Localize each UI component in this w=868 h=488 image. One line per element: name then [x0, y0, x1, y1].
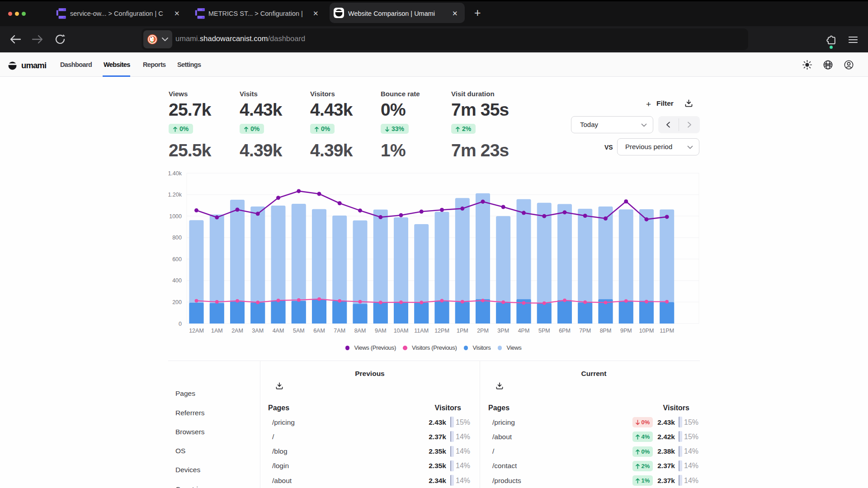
svg-text:1.20k: 1.20k [168, 192, 182, 198]
svg-text:9AM: 9AM [375, 328, 387, 334]
svg-text:2PM: 2PM [477, 328, 489, 334]
svg-text:4AM: 4AM [273, 328, 284, 334]
svg-text:5AM: 5AM [293, 328, 305, 334]
svg-text:9PM: 9PM [620, 328, 632, 334]
svg-text:1PM: 1PM [457, 328, 468, 334]
svg-text:11PM: 11PM [660, 328, 674, 334]
svg-text:2AM: 2AM [231, 328, 243, 334]
svg-text:10PM: 10PM [639, 328, 654, 334]
svg-text:0: 0 [179, 321, 182, 327]
svg-text:8AM: 8AM [354, 328, 366, 334]
svg-text:1000: 1000 [169, 213, 182, 220]
svg-text:600: 600 [172, 256, 182, 263]
svg-text:10AM: 10AM [394, 328, 409, 334]
svg-text:800: 800 [172, 235, 182, 241]
svg-text:12PM: 12PM [434, 328, 449, 334]
svg-text:6AM: 6AM [313, 328, 325, 334]
svg-text:11AM: 11AM [414, 328, 429, 334]
svg-text:8PM: 8PM [600, 328, 612, 334]
svg-text:6PM: 6PM [559, 328, 571, 334]
svg-text:1.40k: 1.40k [168, 170, 182, 177]
svg-text:1AM: 1AM [211, 328, 223, 334]
svg-text:7PM: 7PM [579, 328, 591, 334]
svg-text:5PM: 5PM [538, 328, 550, 334]
svg-text:12AM: 12AM [189, 328, 204, 334]
svg-text:3PM: 3PM [497, 328, 509, 334]
svg-text:7AM: 7AM [334, 328, 345, 334]
svg-text:200: 200 [172, 299, 182, 305]
svg-text:3AM: 3AM [252, 328, 264, 334]
svg-text:4PM: 4PM [518, 328, 530, 334]
svg-text:400: 400 [172, 277, 182, 284]
